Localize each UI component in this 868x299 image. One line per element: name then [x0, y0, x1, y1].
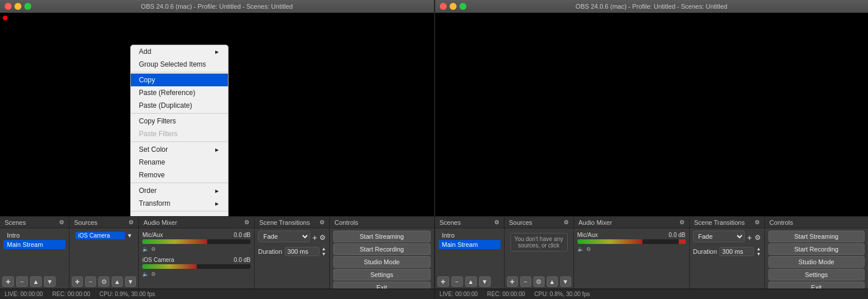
right-transitions-gear[interactable]: ⚙: [755, 219, 760, 225]
right-start-recording-btn[interactable]: Start Recording: [768, 243, 865, 255]
right-close-btn[interactable]: [440, 3, 447, 10]
right-fade-select[interactable]: Fade: [693, 231, 745, 242]
right-mixer-vol-icon[interactable]: 🔈: [578, 246, 584, 252]
right-scene-intro[interactable]: Intro: [439, 231, 501, 240]
left-source-gear-btn[interactable]: ⚙: [98, 276, 109, 287]
menu-item-hide-mixer[interactable]: Hide in Mixer: [131, 213, 228, 216]
left-mixer-icons1: 🔈 ⚙: [142, 246, 251, 252]
left-mixer-vol-icon[interactable]: 🔈: [142, 246, 149, 252]
right-studio-mode-btn[interactable]: Studio Mode: [768, 256, 865, 268]
right-mixer-header: Audio Mixer ⚙: [574, 217, 689, 228]
right-scene-main-stream[interactable]: Main Stream: [439, 240, 501, 249]
left-duration-up[interactable]: ▲: [322, 246, 326, 251]
left-duration-down[interactable]: ▼: [322, 251, 326, 257]
left-studio-mode-btn[interactable]: Studio Mode: [333, 256, 431, 268]
left-transition-gear[interactable]: ⚙: [319, 234, 326, 242]
right-maximize-btn[interactable]: [459, 3, 466, 10]
left-live-status: LIVE: 00:00:00: [5, 291, 43, 297]
left-transition-add[interactable]: +: [312, 233, 317, 242]
right-mixer-gear[interactable]: ⚙: [679, 219, 685, 225]
left-scene-down-btn[interactable]: ▼: [44, 276, 56, 287]
right-status-bar: LIVE: 00:00:00 REC: 00:00:00 CPU: 0.8%, …: [435, 289, 869, 299]
menu-item-order[interactable]: Order ►: [131, 184, 228, 197]
right-mixer-ch1: Mic/Aux 0.0 dB 🔈 ⚙: [578, 231, 686, 253]
left-sources-ios-camera[interactable]: iOS Camera ▼: [73, 231, 135, 240]
left-transitions-section: Scene Transitions ⚙ Fade + ⚙ Duration: [255, 217, 330, 289]
right-sources-content: You don't have any sources, or click: [505, 228, 573, 275]
right-traffic-lights: [440, 3, 466, 10]
menu-item-paste-dup[interactable]: Paste (Duplicate): [131, 99, 228, 112]
right-minimize-btn[interactable]: [450, 3, 457, 10]
right-duration-down[interactable]: ▼: [756, 251, 761, 257]
menu-item-add[interactable]: Add ►: [131, 45, 228, 58]
menu-item-transform[interactable]: Transform ►: [131, 197, 228, 210]
right-source-up-btn[interactable]: ▲: [547, 276, 558, 287]
right-scene-add-btn[interactable]: +: [437, 276, 449, 287]
right-scenes-buttons: + − ▲ ▼: [435, 275, 504, 289]
menu-item-copy-filters[interactable]: Copy Filters: [131, 115, 228, 127]
left-scene-intro[interactable]: Intro: [3, 231, 65, 240]
right-source-remove-btn[interactable]: −: [520, 276, 531, 287]
right-settings-btn[interactable]: Settings: [768, 269, 865, 280]
right-duration-input[interactable]: [719, 247, 754, 256]
right-sources-header: Sources ⚙: [505, 217, 573, 228]
right-scenes-gear[interactable]: ⚙: [494, 219, 499, 225]
close-btn[interactable]: [5, 3, 12, 10]
left-scene-remove-btn[interactable]: −: [16, 276, 28, 287]
left-mixer-vol-icon2[interactable]: 🔈: [142, 271, 149, 277]
left-exit-btn[interactable]: Exit: [333, 282, 431, 289]
menu-item-remove[interactable]: Remove: [131, 169, 228, 181]
minimize-btn[interactable]: [14, 3, 21, 10]
left-scenes-gear[interactable]: ⚙: [59, 219, 64, 225]
left-sources-gear[interactable]: ⚙: [128, 219, 134, 225]
right-transition-gear[interactable]: ⚙: [755, 234, 761, 242]
right-scene-remove-btn[interactable]: −: [451, 276, 463, 287]
right-scene-up-btn[interactable]: ▲: [465, 276, 477, 287]
right-transitions-section: Scene Transitions ⚙ Fade + ⚙ Duration: [690, 217, 765, 289]
left-source-down-btn[interactable]: ▼: [125, 276, 136, 287]
right-duration-up[interactable]: ▲: [756, 246, 761, 251]
menu-item-copy[interactable]: Copy: [131, 74, 228, 86]
left-start-streaming-btn[interactable]: Start Streaming: [333, 231, 431, 242]
right-mixer-bar1: [578, 239, 686, 244]
left-scene-main-stream[interactable]: Main Stream: [3, 240, 65, 249]
menu-item-group-selected[interactable]: Group Selected Items: [131, 58, 228, 71]
left-transitions-gear[interactable]: ⚙: [319, 219, 325, 225]
right-mixer-settings-icon[interactable]: ⚙: [586, 246, 591, 252]
left-scene-add-btn[interactable]: +: [2, 276, 14, 287]
left-source-add-btn[interactable]: +: [72, 276, 83, 287]
menu-item-paste-ref[interactable]: Paste (Reference): [131, 86, 228, 99]
left-mixer-settings-icon[interactable]: ⚙: [151, 246, 156, 252]
left-scenes-content: Intro Main Stream: [0, 228, 69, 275]
right-start-streaming-btn[interactable]: Start Streaming: [768, 231, 865, 242]
right-source-gear-btn[interactable]: ⚙: [534, 276, 545, 287]
left-preview: Add ► Group Selected Items Copy Paste (R…: [0, 13, 434, 216]
right-exit-btn[interactable]: Exit: [768, 282, 865, 289]
right-scene-down-btn[interactable]: ▼: [479, 276, 491, 287]
maximize-btn[interactable]: [24, 3, 31, 10]
right-mixer-section: Audio Mixer ⚙ Mic/Aux 0.0 dB: [574, 217, 690, 289]
left-mixer-settings-icon2[interactable]: ⚙: [151, 271, 156, 277]
right-source-down-btn[interactable]: ▼: [560, 276, 571, 287]
left-source-remove-btn[interactable]: −: [85, 276, 96, 287]
left-source-up-btn[interactable]: ▲: [112, 276, 123, 287]
left-settings-btn[interactable]: Settings: [333, 269, 431, 280]
left-controls-header: Controls: [330, 217, 434, 228]
right-scenes-section: Scenes ⚙ Intro Main Stream + − ▲ ▼: [435, 217, 505, 289]
left-fade-select[interactable]: Fade: [258, 231, 310, 242]
right-sources-gear[interactable]: ⚙: [564, 219, 569, 225]
left-mixer-gear[interactable]: ⚙: [244, 219, 249, 225]
left-start-recording-btn[interactable]: Start Recording: [333, 243, 431, 255]
left-scene-up-btn[interactable]: ▲: [30, 276, 42, 287]
left-scenes-header: Scenes ⚙: [0, 217, 69, 228]
menu-item-rename[interactable]: Rename: [131, 156, 228, 169]
left-mixer-bar2: [142, 264, 251, 269]
right-title: OBS 24.0.6 (mac) - Profile: Untitled - S…: [576, 3, 727, 10]
right-transitions-header: Scene Transitions ⚙: [690, 217, 764, 228]
right-source-add-btn[interactable]: +: [507, 276, 518, 287]
left-mixer-ch1: Mic/Aux 0.0 dB 🔈 ⚙: [142, 231, 251, 253]
menu-item-set-color[interactable]: Set Color ►: [131, 143, 228, 156]
right-transition-add[interactable]: +: [747, 233, 752, 242]
left-duration-input[interactable]: [285, 247, 319, 256]
right-mixer-content: Mic/Aux 0.0 dB 🔈 ⚙: [574, 228, 689, 289]
